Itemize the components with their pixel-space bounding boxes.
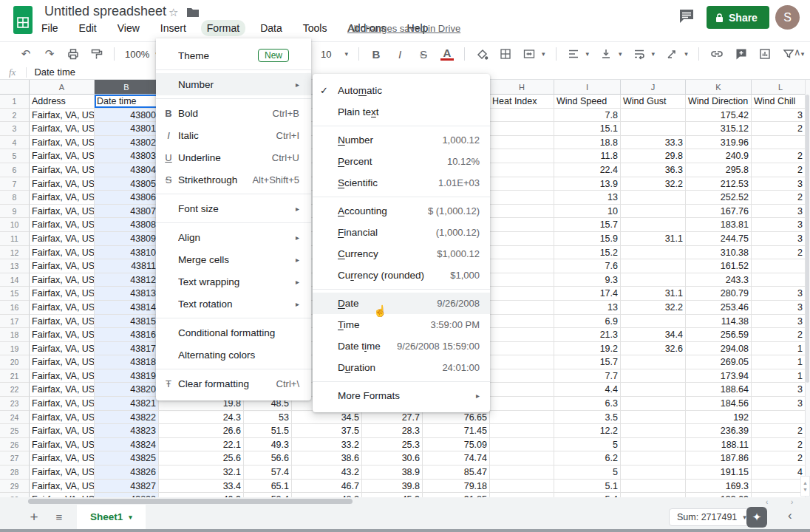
format-menu-item-underline[interactable]: UUnderlineCtrl+U (156, 146, 311, 168)
cell-J15[interactable]: 31.1 (621, 287, 686, 301)
cell-K21[interactable]: 173.94 (686, 369, 752, 383)
row-header-11[interactable]: 11 (0, 232, 30, 246)
cell-E26[interactable]: 33.2 (292, 438, 362, 452)
cell-J22[interactable] (621, 383, 686, 397)
cell-I24[interactable]: 3.5 (554, 411, 621, 425)
format-menu-item-merge-cells[interactable]: Merge cells▸ (156, 248, 311, 270)
cell-B3[interactable]: 43801 (95, 122, 159, 136)
cell-B29[interactable]: 43827 (95, 480, 159, 494)
cell-F25[interactable]: 28.3 (362, 424, 423, 438)
row-header-2[interactable]: 2 (0, 109, 30, 123)
cell-J21[interactable] (621, 369, 686, 383)
row-header-16[interactable]: 16 (0, 301, 30, 315)
cell-K16[interactable]: 253.46 (686, 301, 752, 315)
row-header-28[interactable]: 28 (0, 466, 30, 480)
cell-J7[interactable]: 32.2 (621, 177, 686, 191)
cell-K20[interactable]: 269.05 (686, 355, 752, 369)
cell-L12[interactable]: 2 (752, 246, 810, 260)
cell-B27[interactable]: 43825 (95, 451, 159, 466)
number-format-time[interactable]: Time3:59:00 PM (313, 314, 490, 335)
cell-K2[interactable]: 175.42 (686, 109, 752, 123)
insert-comment-icon[interactable] (735, 47, 748, 61)
menubar-item-format[interactable]: Format (201, 20, 245, 36)
column-header-B[interactable]: B (95, 80, 159, 95)
cell-H2[interactable] (490, 109, 554, 123)
cell-L25[interactable]: 2 (752, 424, 810, 438)
cell-L3[interactable]: 2 (752, 122, 810, 136)
cell-A27[interactable]: Fairfax, VA, US (30, 451, 95, 466)
cell-B28[interactable]: 43826 (95, 466, 159, 480)
number-format-date[interactable]: Date9/26/2008 (313, 293, 490, 314)
row-header-19[interactable]: 19 (0, 342, 30, 356)
scroll-down-icon[interactable]: ▼ (803, 486, 808, 493)
menubar-item-tools[interactable]: Tools (297, 20, 333, 36)
text-wrapping-icon[interactable] (633, 47, 646, 61)
row-header-27[interactable]: 27 (0, 451, 30, 466)
cell-B9[interactable]: 43807 (95, 205, 159, 219)
cell-G24[interactable]: 76.65 (423, 411, 490, 425)
number-format-financial[interactable]: Financial(1,000.12) (313, 222, 490, 243)
cell-B12[interactable]: 43810 (95, 246, 159, 260)
cell-J17[interactable] (621, 315, 686, 329)
insert-link-icon[interactable] (709, 47, 724, 61)
zoom-select[interactable]: 100% (125, 49, 149, 60)
cell-H29[interactable] (490, 480, 554, 494)
document-title[interactable]: Untitled spreadsheet (44, 4, 166, 19)
cell-E27[interactable]: 38.6 (292, 451, 362, 466)
number-format-more-formats[interactable]: More Formats▸ (313, 385, 490, 406)
number-format-percent[interactable]: Percent10.12% (313, 151, 490, 172)
cell-L16[interactable]: 3 (752, 301, 810, 315)
star-icon[interactable]: ☆ (169, 6, 178, 19)
cell-K10[interactable]: 183.81 (686, 218, 752, 232)
cell-H1[interactable]: Heat Index (490, 95, 554, 109)
cell-A18[interactable]: Fairfax, VA, US (30, 328, 95, 342)
column-header-L[interactable]: L (752, 80, 810, 95)
cell-D24[interactable]: 53 (244, 411, 292, 425)
row-header-23[interactable]: 23 (0, 397, 30, 411)
cell-I25[interactable]: 12.2 (554, 424, 621, 438)
cell-I14[interactable]: 9.3 (554, 273, 621, 287)
cell-J8[interactable] (621, 191, 686, 205)
row-header-18[interactable]: 18 (0, 328, 30, 342)
cell-I12[interactable]: 15.2 (554, 246, 621, 260)
share-button[interactable]: Share (707, 6, 769, 29)
cell-B15[interactable]: 43813 (95, 287, 159, 301)
cell-L23[interactable]: 3 (752, 397, 810, 411)
cell-A9[interactable]: Fairfax, VA, US (30, 205, 95, 219)
cell-C25[interactable]: 26.6 (159, 424, 244, 438)
cell-K22[interactable]: 188.64 (686, 383, 752, 397)
cell-B24[interactable]: 43822 (95, 411, 159, 425)
cell-J28[interactable] (621, 466, 686, 480)
cell-J19[interactable]: 32.6 (621, 342, 686, 356)
cell-H9[interactable] (490, 205, 554, 219)
cell-L4[interactable] (752, 136, 810, 150)
select-all-corner[interactable] (0, 80, 30, 95)
merge-cells-icon[interactable] (523, 47, 536, 61)
row-header-4[interactable]: 4 (0, 136, 30, 150)
cell-B22[interactable]: 43820 (95, 383, 159, 397)
cell-K14[interactable]: 243.3 (686, 273, 752, 287)
cell-K15[interactable]: 280.79 (686, 287, 752, 301)
cell-A22[interactable]: Fairfax, VA, US (30, 383, 95, 397)
cell-I9[interactable]: 10 (554, 205, 621, 219)
cell-L5[interactable]: 2 (752, 149, 810, 163)
cell-H13[interactable] (490, 259, 554, 273)
cell-K6[interactable]: 295.8 (686, 163, 752, 177)
cell-K8[interactable]: 252.52 (686, 191, 752, 205)
cell-B17[interactable]: 43815 (95, 315, 159, 329)
cell-J16[interactable]: 32.2 (621, 301, 686, 315)
cell-H12[interactable] (490, 246, 554, 260)
cell-I21[interactable]: 7.7 (554, 369, 621, 383)
cell-J18[interactable]: 34.4 (621, 328, 686, 342)
cell-B18[interactable]: 43816 (95, 328, 159, 342)
cell-K5[interactable]: 240.9 (686, 149, 752, 163)
cell-L26[interactable]: 2 (752, 438, 810, 452)
cell-H22[interactable] (490, 383, 554, 397)
borders-icon[interactable] (499, 47, 512, 61)
cell-L18[interactable]: 2 (752, 328, 810, 342)
cell-F29[interactable]: 39.8 (362, 480, 423, 494)
cell-G27[interactable]: 74.74 (423, 451, 490, 466)
cell-K25[interactable]: 236.39 (686, 424, 752, 438)
cell-B14[interactable]: 43812 (95, 273, 159, 287)
cell-K1[interactable]: Wind Direction (686, 95, 752, 109)
